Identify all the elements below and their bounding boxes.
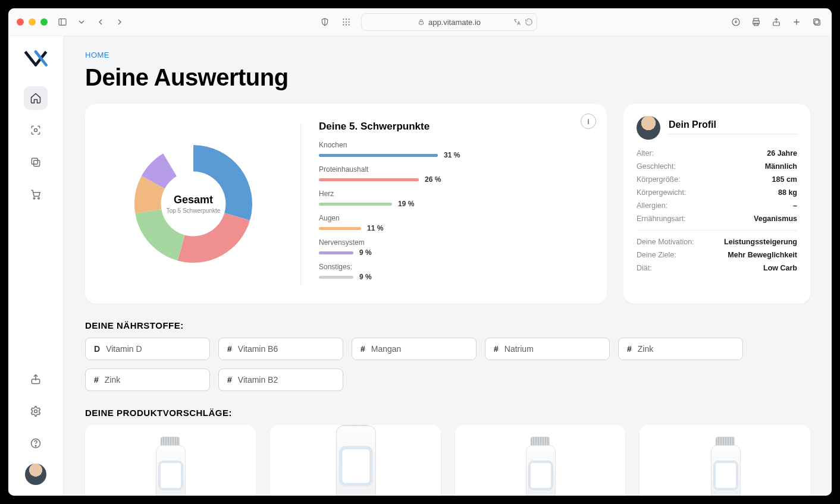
sidebar-item-help[interactable] xyxy=(24,431,48,455)
product-image xyxy=(522,437,558,496)
tabs-icon[interactable] xyxy=(810,15,823,29)
metric-row: Knochen 31 % xyxy=(319,141,588,159)
profile-value: Mehr Beweglichkeit xyxy=(728,251,797,259)
page-title: Deine Auswertung xyxy=(85,64,810,91)
metric-row: Nervensystem 9 % xyxy=(319,238,588,257)
svg-rect-21 xyxy=(814,19,819,24)
product-card[interactable] xyxy=(85,425,256,496)
svg-point-8 xyxy=(348,21,349,23)
help-icon xyxy=(30,437,42,449)
metric-bar xyxy=(319,276,353,279)
svg-point-9 xyxy=(343,24,344,26)
sidebar-item-scan[interactable] xyxy=(24,118,48,142)
main-content: HOME Deine Auswertung i Gesamt Top 5 Sch… xyxy=(64,36,832,496)
metric-label: Herz xyxy=(319,190,588,198)
reload-icon[interactable] xyxy=(525,18,533,26)
donut-title: Gesamt xyxy=(174,194,213,206)
sidebar-item-settings[interactable] xyxy=(24,399,48,423)
metric-value: 31 % xyxy=(444,151,460,159)
home-icon xyxy=(30,92,42,104)
svg-rect-23 xyxy=(34,160,40,166)
nutrient-chip[interactable]: #Natrium xyxy=(485,338,610,360)
profile-row: Geschlecht:Männlich xyxy=(637,160,797,173)
chip-label: Zink xyxy=(105,375,120,385)
svg-point-30 xyxy=(35,445,36,446)
close-window-icon[interactable] xyxy=(17,18,24,26)
metric-row: Herz 19 % xyxy=(319,190,588,208)
maximize-window-icon[interactable] xyxy=(40,18,48,26)
profile-row: Ernährungsart:Veganismus xyxy=(637,212,797,225)
profile-value: Veganismus xyxy=(754,215,797,223)
metric-value: 19 % xyxy=(398,200,414,208)
chip-label: Vitamin B2 xyxy=(238,375,278,385)
chip-label: Vitamin D xyxy=(106,344,142,354)
profile-key: Geschlecht: xyxy=(637,162,676,171)
new-tab-icon[interactable] xyxy=(790,15,803,29)
profile-value: 26 Jahre xyxy=(767,149,797,158)
profile-row: Körpergewicht:88 kg xyxy=(637,186,797,199)
metric-bar xyxy=(319,178,419,181)
nutrient-chip[interactable]: #Zink xyxy=(85,368,210,391)
metric-value: 9 % xyxy=(359,273,372,281)
metric-bar xyxy=(319,154,438,157)
nutrients-title: DEINE NÄHRSTOFFE: xyxy=(85,320,810,330)
metric-label: Knochen xyxy=(319,141,588,149)
print-icon[interactable] xyxy=(750,15,763,29)
address-bar[interactable]: app.vitamate.io xyxy=(361,13,538,31)
translate-icon[interactable] xyxy=(513,18,521,26)
app-sidebar xyxy=(8,36,64,496)
product-card[interactable] xyxy=(270,425,441,496)
nutrient-chip[interactable]: #Vitamin B2 xyxy=(218,368,343,391)
chip-tag: # xyxy=(94,375,99,385)
svg-point-4 xyxy=(346,18,347,20)
svg-point-11 xyxy=(348,24,349,26)
info-button[interactable]: i xyxy=(581,114,596,129)
product-card[interactable] xyxy=(640,425,810,496)
nav-back-icon[interactable] xyxy=(94,15,107,29)
svg-rect-0 xyxy=(59,19,66,26)
profile-key: Körpergewicht: xyxy=(637,188,686,197)
shield-icon[interactable] xyxy=(318,15,331,29)
product-card[interactable] xyxy=(455,425,626,496)
svg-point-6 xyxy=(343,21,344,23)
share-icon[interactable] xyxy=(770,15,783,29)
product-image xyxy=(331,425,380,496)
metric-label: Nervensystem xyxy=(319,238,588,247)
window-controls[interactable] xyxy=(17,18,48,26)
sidebar-item-cart[interactable] xyxy=(24,182,48,206)
sidebar-item-copy[interactable] xyxy=(24,150,48,174)
svg-rect-16 xyxy=(754,23,758,26)
nutrient-chip[interactable]: DVitamin D xyxy=(85,338,210,360)
metric-value: 11 % xyxy=(367,224,383,232)
browser-chrome: app.vitamate.io xyxy=(8,8,832,36)
url-text: app.vitamate.io xyxy=(428,18,481,27)
profile-value: Leistungssteigerung xyxy=(724,238,797,246)
metric-label: Augen xyxy=(319,214,588,222)
product-image xyxy=(707,437,743,496)
sidebar-avatar[interactable] xyxy=(25,464,46,485)
minimize-window-icon[interactable] xyxy=(29,18,36,26)
apps-grid-icon[interactable] xyxy=(340,15,353,29)
sidebar-toggle-icon[interactable] xyxy=(56,15,69,29)
download-icon[interactable] xyxy=(729,15,742,29)
nutrient-chip[interactable]: #Zink xyxy=(618,338,743,360)
sidebar-item-home[interactable] xyxy=(24,86,48,110)
profile-card: Dein Profil Alter:26 JahreGeschlecht:Män… xyxy=(623,104,810,304)
metric-value: 9 % xyxy=(359,248,372,257)
profile-key: Körpergröße: xyxy=(637,175,681,184)
breadcrumb[interactable]: HOME xyxy=(85,51,810,59)
nav-forward-icon[interactable] xyxy=(113,15,126,29)
copy-icon xyxy=(30,156,42,168)
profile-value: Low Carb xyxy=(763,264,797,272)
chevron-down-icon[interactable] xyxy=(75,15,88,29)
summary-card: i Gesamt Top 5 Schwerpunkte Deine 5. S xyxy=(85,104,607,304)
donut-subtitle: Top 5 Schwerpunkte xyxy=(167,207,221,214)
nutrient-chip[interactable]: #Mangan xyxy=(352,338,477,360)
metric-row: Proteinhaushalt 26 % xyxy=(319,165,588,184)
profile-value: – xyxy=(793,201,797,210)
nutrient-chip[interactable]: #Vitamin B6 xyxy=(218,338,343,360)
svg-point-28 xyxy=(35,410,37,413)
svg-point-25 xyxy=(33,197,35,199)
metric-row: Sonstiges: 9 % xyxy=(319,263,588,281)
sidebar-item-share[interactable] xyxy=(24,367,48,391)
